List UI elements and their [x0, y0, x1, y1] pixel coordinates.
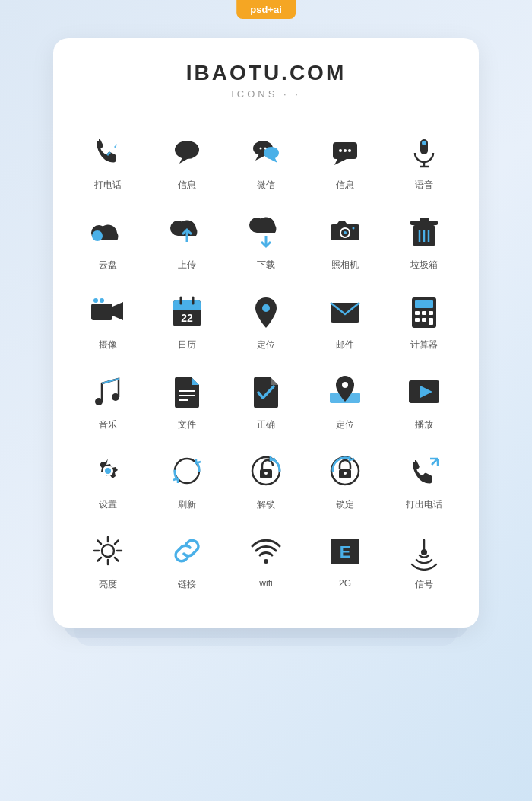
- icon-label: 信息: [178, 179, 196, 192]
- svg-point-7: [264, 148, 267, 150]
- icon-label: 语音: [415, 179, 433, 192]
- card-title: IBAOTU.COM: [68, 61, 464, 85]
- icon-label: 刷新: [178, 498, 196, 511]
- icon-label: 日历: [178, 339, 196, 351]
- svg-point-17: [92, 230, 103, 241]
- icon-label: 锁定: [336, 498, 354, 511]
- svg-text:22: 22: [181, 312, 193, 324]
- svg-rect-43: [415, 300, 433, 308]
- badge: psd+ai: [236, 0, 296, 19]
- svg-point-32: [93, 298, 98, 303]
- icon-cell-cloud: 云盘: [68, 198, 147, 278]
- svg-rect-36: [173, 307, 201, 310]
- icon-cell-calendar: 22 日历: [147, 278, 226, 358]
- icon-cell-message: 信息: [147, 118, 226, 198]
- signal-icon: [403, 529, 445, 572]
- icon-cell-phone-call: 打电话: [68, 118, 147, 198]
- svg-rect-49: [429, 318, 433, 325]
- location-icon: [245, 290, 287, 332]
- music-icon: [87, 370, 129, 412]
- icon-cell-video: 摄像: [68, 278, 147, 358]
- icon-label: 播放: [415, 418, 433, 431]
- svg-marker-3: [255, 155, 266, 161]
- icon-label: 信号: [415, 578, 433, 591]
- icon-cell-wifi: wifi: [226, 517, 306, 597]
- svg-marker-1: [179, 157, 190, 164]
- camera-icon: [324, 210, 366, 253]
- svg-rect-48: [422, 318, 426, 322]
- svg-rect-44: [415, 311, 420, 315]
- icon-cell-2g: E 2G: [306, 517, 385, 597]
- svg-line-79: [115, 541, 119, 545]
- icon-cell-signal: 信号: [385, 517, 464, 597]
- icon-cell-settings: 设置: [68, 437, 147, 517]
- map-pin-icon: [324, 370, 366, 412]
- icon-cell-upload: 上传: [147, 198, 226, 278]
- icon-label: 正确: [257, 418, 275, 431]
- icon-label: 定位: [336, 418, 354, 431]
- wechat-icon: [245, 130, 287, 173]
- svg-point-50: [95, 398, 103, 405]
- svg-rect-47: [415, 318, 420, 322]
- svg-rect-46: [429, 311, 433, 315]
- icon-label: 打电话: [94, 179, 122, 192]
- call-out-icon: [403, 450, 445, 492]
- svg-point-22: [344, 231, 347, 234]
- icon-label: 音乐: [99, 418, 117, 431]
- svg-text:E: E: [340, 542, 351, 561]
- icon-label: 打出电话: [406, 498, 442, 511]
- file-icon: [166, 370, 208, 412]
- icon-cell-call-out: 打出电话: [385, 437, 464, 517]
- voice-icon: [403, 130, 445, 173]
- refresh-icon: [166, 450, 208, 492]
- svg-point-72: [102, 545, 114, 557]
- icon-cell-download: 下载: [226, 198, 306, 278]
- icon-label: 信息: [336, 179, 354, 192]
- message-icon: [166, 130, 208, 173]
- wifi-icon: [245, 529, 287, 572]
- mail-icon: [324, 290, 366, 332]
- svg-point-11: [344, 149, 347, 152]
- icon-cell-music: 音乐: [68, 358, 147, 437]
- card-header: IBAOTU.COM ICONS · ·: [68, 61, 464, 100]
- svg-point-23: [353, 227, 355, 230]
- icon-cell-wechat: 微信: [226, 118, 306, 198]
- upload-icon: [166, 210, 208, 253]
- icon-cell-play: 播放: [385, 358, 464, 437]
- cloud-icon: [87, 210, 129, 253]
- 2g-icon: E: [324, 529, 366, 572]
- icon-cell-mail: 邮件: [306, 278, 385, 358]
- svg-rect-26: [420, 218, 429, 221]
- icon-cell-location: 定位: [226, 278, 306, 358]
- svg-rect-30: [91, 304, 112, 320]
- svg-point-0: [175, 141, 199, 159]
- svg-marker-5: [268, 158, 277, 163]
- svg-point-6: [260, 148, 262, 150]
- icon-label: 亮度: [99, 578, 117, 591]
- icon-label: 下载: [257, 259, 275, 272]
- phone-call-icon: [87, 130, 129, 173]
- icon-cell-voice: 语音: [385, 118, 464, 198]
- svg-line-77: [98, 541, 102, 545]
- brightness-icon: [87, 529, 129, 572]
- svg-marker-9: [334, 159, 347, 165]
- icon-label: 垃圾箱: [410, 259, 438, 272]
- svg-point-40: [262, 304, 270, 312]
- unlock-icon: [245, 450, 287, 492]
- link-icon: [166, 529, 208, 572]
- icon-label: 微信: [257, 179, 275, 192]
- svg-point-33: [100, 298, 104, 303]
- icon-cell-chat: 信息: [306, 118, 385, 198]
- icon-label: 上传: [178, 259, 196, 272]
- trash-icon: [403, 210, 445, 253]
- download-icon: [245, 210, 287, 253]
- card-subtitle: ICONS · ·: [68, 88, 464, 100]
- icon-label: 邮件: [336, 339, 354, 351]
- svg-marker-31: [112, 302, 123, 320]
- icon-cell-brightness: 亮度: [68, 517, 147, 597]
- icon-cell-calculator: 计算器: [385, 278, 464, 358]
- icon-cell-map-pin: 定位: [306, 358, 385, 437]
- icon-cell-unlock: 解锁: [226, 437, 306, 517]
- icon-label: 链接: [178, 578, 196, 591]
- icon-label: 定位: [257, 339, 275, 351]
